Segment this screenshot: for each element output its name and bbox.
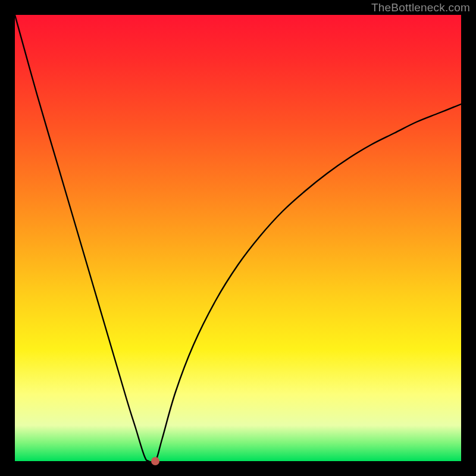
plot-area xyxy=(15,15,461,461)
watermark-text: TheBottleneck.com xyxy=(371,1,470,14)
bottleneck-curve xyxy=(15,15,461,461)
chart-frame: TheBottleneck.com xyxy=(0,0,476,476)
curve-svg xyxy=(15,15,461,461)
optimal-marker xyxy=(151,457,159,465)
